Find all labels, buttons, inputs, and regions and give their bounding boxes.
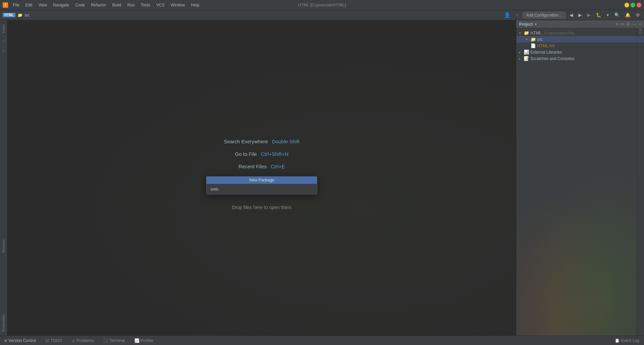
tree-label-src: src [537, 37, 543, 42]
goto-file-row: Go to File Ctrl+Shift+N [235, 151, 289, 157]
left-strip-icon2[interactable]: ☆ [0, 47, 7, 55]
nav-src[interactable]: src [25, 13, 30, 18]
learn-panel-label[interactable]: Learn [2, 23, 5, 34]
terminal-icon: ⬛ [103, 338, 108, 343]
status-bar-right: 📋 Event Log [613, 338, 641, 344]
menu-navigate[interactable]: Navigate [51, 2, 72, 8]
left-sidebar-strip: Learn ◁ ☆ Structure Bookmarks [0, 20, 7, 336]
nav-forward-icon[interactable]: ▶ [577, 12, 583, 18]
tree-label-html-root: HTML [530, 31, 542, 35]
project-collapse-icon[interactable]: ≡ [616, 22, 619, 27]
menu-run[interactable]: Run [125, 2, 137, 8]
menu-window[interactable]: Window [168, 2, 188, 8]
project-close-icon[interactable]: × [639, 22, 641, 27]
problems-tab[interactable]: ⚠ Problems [70, 338, 96, 344]
project-link-icon[interactable]: ⚯ [620, 22, 624, 27]
window-controls: − □ ✕ [624, 3, 641, 7]
add-configuration-button[interactable]: Add Configuration... [522, 12, 566, 19]
profiler-tab[interactable]: 📈 Profiler [132, 338, 156, 344]
minimize-button[interactable]: − [624, 3, 629, 7]
drop-files-hint: Drop files here to open them [232, 205, 292, 210]
menu-refactor[interactable]: Refactor [88, 2, 109, 8]
folder-icon-src: 📁 [530, 37, 536, 42]
nav-update-icon[interactable]: ↑ [515, 12, 520, 18]
todo-icon: ☑ [45, 338, 49, 343]
center-content: Search Everywhere Double Shift Go to Fil… [206, 139, 317, 210]
goto-file-shortcut: Ctrl+Shift+N [261, 151, 289, 157]
search-everywhere-row: Search Everywhere Double Shift [224, 139, 300, 144]
version-control-tab[interactable]: ⑆ Version Control [3, 338, 38, 344]
menu-view[interactable]: View [36, 2, 50, 8]
project-dropdown-arrow[interactable]: ▾ [535, 22, 537, 26]
title-bar: I File Edit View Navigate Code Refactor … [0, 0, 644, 10]
project-settings-icon[interactable]: ⚙ [626, 22, 630, 27]
menu-build[interactable]: Build [109, 2, 124, 8]
package-name-input[interactable] [209, 186, 314, 192]
left-strip-icon1[interactable]: ◁ [1, 37, 6, 45]
tree-arrow-external: ▸ [519, 50, 522, 54]
tree-label-html-iml: HTML.iml [537, 44, 554, 48]
popup-header: New Package [206, 176, 317, 184]
bookmarks-panel-label[interactable]: Bookmarks [2, 313, 5, 333]
menu-code[interactable]: Code [72, 2, 88, 8]
tree-item-scratches[interactable]: ▸ 📝 Scratches and Consoles [516, 55, 644, 62]
status-bar: ⑆ Version Control ☑ TODO ⚠ Problems ⬛ Te… [0, 336, 644, 345]
todo-tab[interactable]: ☑ TODO [43, 338, 64, 344]
recent-files-shortcut: Ctrl+E [271, 164, 285, 169]
tree-item-html-root[interactable]: ▾ 📁 HTML D:\javacode\HTML [516, 30, 644, 36]
tree-label-external-libraries: External Libraries [530, 50, 562, 55]
profiler-icon: 📈 [134, 338, 139, 343]
external-libraries-icon: 📊 [524, 50, 529, 55]
app-icon: I [3, 2, 8, 8]
version-control-label: Version Control [8, 338, 36, 343]
project-hide-icon[interactable]: — [632, 22, 637, 27]
menu-tools[interactable]: Tools [138, 2, 153, 8]
event-log-label: Event Log [621, 338, 639, 343]
close-button[interactable]: ✕ [637, 3, 641, 7]
menu-help[interactable]: Help [188, 2, 202, 8]
nav-search-icon[interactable]: 🔍 [613, 12, 621, 18]
maximize-button[interactable]: □ [631, 3, 635, 7]
project-panel-header: Project ▾ ≡ ⚯ ⚙ — × [516, 20, 644, 28]
project-tree-content: Project ▾ ≡ ⚯ ⚙ — × ▾ 📁 HTML D:\javacode… [516, 20, 644, 336]
title-bar-left: I File Edit View Navigate Code Refactor … [3, 2, 202, 8]
version-control-icon: ⑆ [5, 339, 7, 343]
new-package-popup: New Package [206, 176, 317, 195]
main-layout: Learn ◁ ☆ Structure Bookmarks Search Eve… [0, 20, 644, 336]
window-title: HTML [D:\javacode\HTML] [298, 3, 346, 7]
nav-icons: 👤 ↑ Add Configuration... ◀ ▶ ▶ 🐛 ▾ 🔍 🔔 ⚙ [503, 11, 641, 19]
event-log-icon: 📋 [615, 338, 620, 343]
tree-item-external-libraries[interactable]: ▸ 📊 External Libraries [516, 49, 644, 55]
editor-area: Search Everywhere Double Shift Go to Fil… [7, 20, 516, 336]
nav-settings-icon[interactable]: ⚙ [635, 12, 641, 18]
tree-label-scratches: Scratches and Consoles [530, 56, 574, 61]
project-panel-title: Project [519, 22, 533, 27]
menu-edit[interactable]: Edit [23, 2, 35, 8]
nav-profile-icon[interactable]: 👤 [503, 11, 512, 19]
structure-panel-label[interactable]: Structure [2, 238, 5, 255]
project-panel: Project ▾ ≡ ⚯ ⚙ — × ▾ 📁 HTML D:\javacode… [516, 20, 644, 336]
todo-label: TODO [51, 338, 62, 343]
nav-back-icon[interactable]: ◀ [568, 12, 574, 18]
project-badge: HTML [3, 13, 15, 17]
scratches-icon: 📝 [524, 56, 529, 61]
nav-debug-icon[interactable]: 🐛 [594, 12, 603, 18]
folder-icon-html: 📁 [524, 30, 529, 35]
event-log-item[interactable]: 📋 Event Log [613, 338, 641, 344]
recent-files-row: Recent Files Ctrl+E [238, 164, 285, 169]
terminal-tab[interactable]: ⬛ Terminal [101, 338, 127, 344]
nav-notifications-icon[interactable]: 🔔 [624, 12, 632, 18]
tree-item-src[interactable]: ▾ 📁 src [516, 36, 644, 42]
search-everywhere-label: Search Everywhere [224, 139, 268, 144]
menu-vcs[interactable]: VCS [154, 2, 167, 8]
problems-icon: ⚠ [72, 338, 75, 343]
nav-run-icon[interactable]: ▶ [586, 12, 592, 18]
file-icon-iml: 📄 [530, 43, 536, 48]
menu-file[interactable]: File [10, 2, 22, 8]
nav-bar: HTML 📁 src 👤 ↑ Add Configuration... ◀ ▶ … [0, 10, 644, 20]
goto-file-label: Go to File [235, 151, 257, 157]
tree-arrow-scratches: ▸ [519, 57, 522, 60]
profiler-label: Profiler [141, 338, 154, 343]
tree-item-html-iml[interactable]: ▸ 📄 HTML.iml [516, 42, 644, 49]
nav-more-run-icon[interactable]: ▾ [605, 12, 610, 18]
